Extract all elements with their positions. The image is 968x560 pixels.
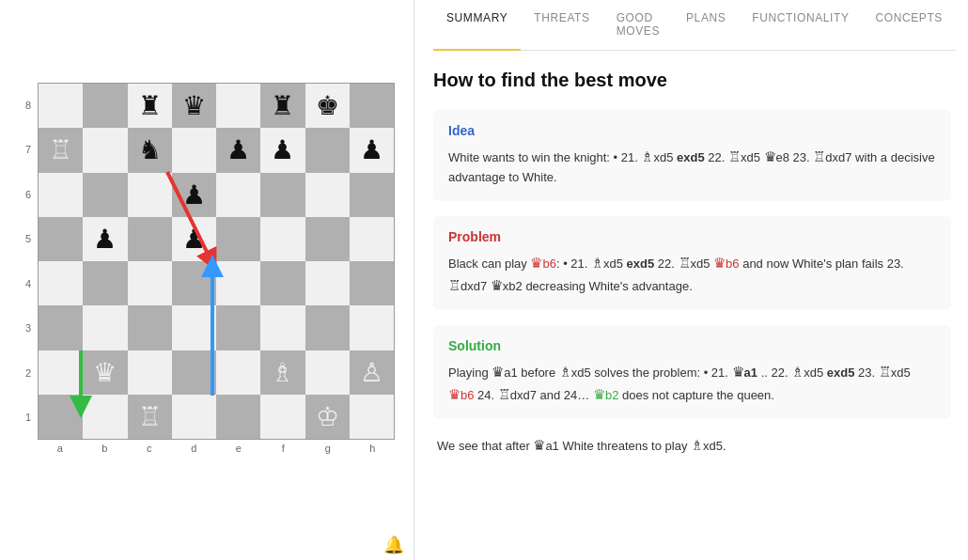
square-f6	[260, 173, 304, 217]
square-c8: ♜	[128, 84, 172, 128]
rank-3: 3	[19, 306, 38, 351]
notification-icon[interactable]: 🔔	[383, 535, 404, 555]
idea-title: Idea	[448, 123, 936, 138]
square-d6: ♟	[172, 173, 216, 217]
solution-body: Playing ♛a1 before ♗xd5 solves the probl…	[448, 361, 936, 406]
rank-5: 5	[19, 217, 38, 262]
file-labels: a b c d e f g h	[38, 440, 395, 454]
rank-4: 4	[19, 261, 38, 306]
file-g: g	[305, 440, 351, 454]
file-c: c	[127, 440, 172, 454]
square-h2: ♙	[350, 350, 394, 395]
solution-section: Solution Playing ♛a1 before ♗xd5 solves …	[433, 325, 951, 419]
square-f4	[260, 261, 304, 305]
tab-good-moves[interactable]: GOOD MOVES	[603, 0, 673, 51]
tab-functionality[interactable]: FUNCTIONALITY	[739, 0, 862, 51]
rank-6: 6	[19, 172, 38, 217]
square-a5	[39, 217, 83, 261]
square-g3	[305, 305, 350, 350]
square-c1: ♖	[128, 395, 172, 439]
square-a6	[39, 173, 83, 217]
square-h8	[350, 84, 394, 128]
square-f3: ♙	[260, 305, 304, 350]
square-f8: ♜	[260, 84, 304, 128]
square-b7	[83, 128, 127, 172]
problem-body: Black can play ♛b6: • 21. ♗xd5 exd5 22. …	[448, 252, 936, 297]
footer-text: We see that after ♛a1 White threatens to…	[433, 434, 951, 457]
file-b: b	[83, 440, 128, 454]
square-g5	[305, 217, 350, 261]
square-b6	[83, 173, 127, 217]
square-c7: ♞	[128, 128, 172, 172]
square-h4	[350, 261, 394, 305]
square-h6	[350, 173, 394, 217]
square-h3	[350, 305, 394, 350]
square-d1	[172, 395, 216, 439]
square-h1	[350, 395, 394, 439]
square-h7: ♟	[350, 128, 394, 172]
problem-title: Problem	[448, 229, 936, 244]
file-a: a	[38, 440, 83, 454]
rank-8: 8	[19, 83, 38, 128]
tab-summary[interactable]: SUMMARY	[433, 0, 521, 51]
tab-concepts[interactable]: CONCEPTS	[863, 0, 956, 51]
page-title: How to find the best move	[433, 70, 951, 91]
square-g4	[305, 261, 350, 305]
square-b4	[83, 261, 127, 305]
square-d2	[172, 350, 216, 395]
board-container: 8 7 6 5 4 3 2 1	[19, 83, 395, 477]
square-f7: ♟	[260, 128, 304, 172]
square-g7	[305, 128, 350, 172]
square-f1	[260, 395, 304, 439]
square-e6	[216, 173, 260, 217]
square-b8	[83, 84, 127, 128]
square-g2: ♙	[305, 350, 350, 395]
rank-1: 1	[19, 396, 38, 441]
file-f: f	[261, 440, 306, 454]
square-e8	[216, 84, 260, 128]
square-b1	[83, 395, 127, 439]
chess-board-panel: 8 7 6 5 4 3 2 1	[0, 0, 414, 560]
square-b3	[83, 305, 127, 350]
square-d4	[172, 261, 216, 305]
square-c5	[128, 217, 172, 261]
square-g6	[305, 173, 350, 217]
idea-body: White wants to win the knight: • 21. ♗xd…	[448, 146, 936, 188]
rank-labels: 8 7 6 5 4 3 2 1	[19, 83, 38, 440]
right-panel: SUMMARY THREATS GOOD MOVES PLANS FUNCTIO…	[414, 0, 968, 560]
square-c6	[128, 173, 172, 217]
square-d5: ♟	[172, 217, 216, 261]
file-e: e	[216, 440, 261, 454]
file-d: d	[172, 440, 217, 454]
solution-title: Solution	[448, 338, 936, 353]
tabs-bar: SUMMARY THREATS GOOD MOVES PLANS FUNCTIO…	[433, 0, 956, 51]
square-f5	[260, 217, 304, 261]
square-a3	[39, 305, 83, 350]
square-d7	[172, 128, 216, 172]
square-e7: ♟	[216, 128, 260, 172]
square-a2	[39, 350, 83, 395]
idea-section: Idea White wants to win the knight: • 21…	[433, 110, 951, 201]
rank-7: 7	[19, 128, 38, 173]
square-c3	[128, 305, 172, 350]
square-d3	[172, 305, 216, 350]
square-e3	[216, 305, 260, 350]
problem-section: Problem Black can play ♛b6: • 21. ♗xd5 e…	[433, 216, 951, 310]
square-a1	[39, 395, 83, 439]
file-h: h	[351, 440, 396, 454]
square-a7: ♖	[39, 128, 83, 172]
tab-plans[interactable]: PLANS	[673, 0, 739, 51]
rank-2: 2	[19, 350, 38, 396]
content-area: How to find the best move Idea White wan…	[433, 70, 956, 560]
square-c2: ♙	[128, 350, 172, 395]
square-a8	[39, 84, 83, 128]
square-d8: ♛	[172, 84, 216, 128]
square-e1	[216, 395, 260, 439]
square-g8: ♚	[305, 84, 350, 128]
square-f2: ♗	[260, 350, 304, 395]
tab-threats[interactable]: THREATS	[521, 0, 602, 51]
square-a4	[39, 261, 83, 305]
square-b2: ♛	[83, 350, 127, 395]
square-b5: ♟	[83, 217, 127, 261]
square-h5	[350, 217, 394, 261]
